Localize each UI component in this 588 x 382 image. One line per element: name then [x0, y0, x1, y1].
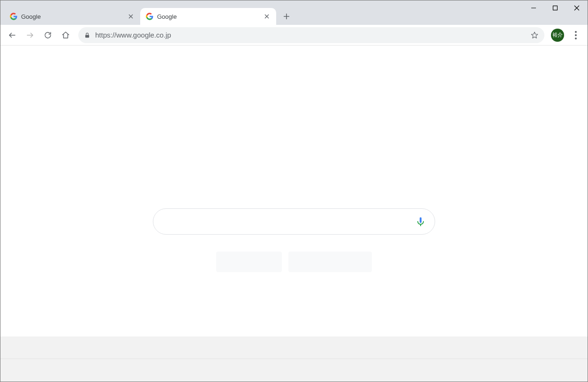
- url-text: https://www.google.co.jp: [95, 31, 526, 39]
- avatar-label: 裕介: [552, 31, 563, 38]
- tab-title: Google: [21, 13, 123, 20]
- profile-avatar[interactable]: 裕介: [551, 29, 564, 42]
- lock-icon: [84, 32, 90, 38]
- tab-google-inactive[interactable]: Google: [4, 8, 140, 25]
- tab-title: Google: [157, 13, 259, 20]
- window-close-button[interactable]: [566, 0, 588, 15]
- google-favicon-icon: [10, 13, 17, 20]
- bookmark-star-icon[interactable]: [530, 31, 539, 39]
- window-minimize-button[interactable]: [523, 0, 544, 15]
- svg-point-2: [575, 31, 577, 33]
- svg-rect-1: [85, 35, 89, 38]
- tab-google-active[interactable]: Google: [140, 8, 276, 25]
- back-button[interactable]: [4, 27, 20, 43]
- search-box[interactable]: [153, 208, 435, 235]
- new-tab-button[interactable]: [280, 10, 293, 23]
- search-buttons-row: [153, 252, 435, 272]
- google-search-area: [153, 208, 435, 272]
- browser-toolbar: https://www.google.co.jp 裕介: [0, 25, 588, 46]
- tab-close-button[interactable]: [263, 13, 271, 20]
- google-search-button[interactable]: [216, 252, 282, 272]
- tab-strip: Google Google: [0, 0, 588, 25]
- page-content: [0, 46, 588, 382]
- address-bar[interactable]: https://www.google.co.jp: [78, 27, 544, 43]
- mic-icon[interactable]: [415, 216, 426, 227]
- feeling-lucky-button[interactable]: [288, 252, 372, 272]
- tab-close-button[interactable]: [127, 13, 135, 20]
- chrome-menu-button[interactable]: [568, 27, 584, 43]
- window-maximize-button[interactable]: [544, 0, 566, 15]
- svg-point-3: [575, 34, 577, 36]
- window-controls: [523, 0, 588, 15]
- reload-button[interactable]: [40, 27, 56, 43]
- svg-rect-0: [553, 6, 558, 10]
- svg-rect-5: [420, 217, 422, 223]
- svg-point-4: [575, 38, 577, 39]
- footer-upper: [0, 336, 588, 359]
- search-input[interactable]: [162, 217, 415, 226]
- footer-lower: [0, 359, 588, 382]
- home-button[interactable]: [58, 27, 74, 43]
- forward-button[interactable]: [22, 27, 38, 43]
- google-favicon-icon: [146, 13, 153, 20]
